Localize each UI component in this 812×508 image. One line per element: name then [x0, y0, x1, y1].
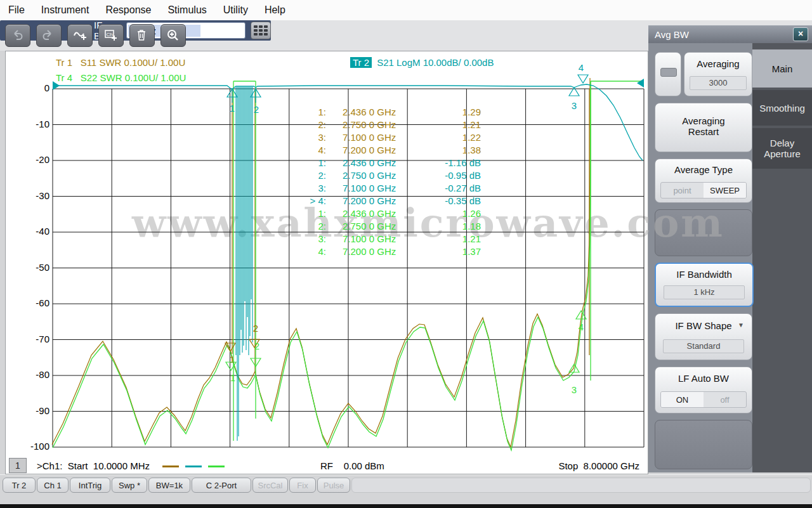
if-bw-shape-value: Standard — [663, 339, 744, 353]
tab-smoothing[interactable]: Smoothing — [752, 90, 812, 126]
lf-auto-bw-segmented[interactable]: ON off — [660, 391, 747, 408]
trace2-legend[interactable]: Tr 2S21 LogM 10.00dB/ 0.00dB — [350, 57, 494, 68]
marker-readout-row: 1:2.436 0 GHz1.26 — [279, 207, 488, 220]
y-tick-label: -60 — [19, 297, 49, 308]
if-bandwidth-value: 1 kHz — [664, 285, 745, 299]
panel-tab-column: Main Smoothing Delay Aperture — [752, 43, 812, 472]
trace1-line-sample — [162, 466, 179, 467]
menu-stimulus[interactable]: Stimulus — [159, 0, 214, 20]
menu-instrument[interactable]: Instrument — [33, 0, 98, 20]
menu-file[interactable]: File — [0, 0, 33, 20]
status-bar: Tr 2Ch 1IntTrigSwp *BW=1kC 2-PortSrcCalF… — [0, 474, 812, 508]
y-tick-label: -10 — [19, 119, 49, 129]
marker-readout-row: 1:2.436 0 GHz-1.16 dB — [279, 157, 488, 169]
averaging-button[interactable]: Averaging 3000 — [684, 52, 752, 96]
lf-auto-bw-button[interactable]: LF Auto BW ON off — [655, 367, 752, 414]
y-tick-label: -50 — [19, 262, 49, 273]
blank-slot-1 — [655, 209, 752, 256]
channel-rf-text: RF 0.00 dBm — [320, 460, 384, 471]
tab-main[interactable]: Main — [752, 49, 812, 88]
status-fix[interactable]: Fix — [289, 478, 316, 493]
panel-title: Avg BW — [655, 29, 793, 40]
menu-response[interactable]: Response — [97, 0, 159, 20]
marker-readout-row: 4:7.200 0 GHz1.37 — [279, 245, 488, 258]
status-empty-field — [351, 478, 811, 493]
close-icon[interactable]: × — [793, 27, 808, 41]
average-type-segmented[interactable]: point SWEEP — [660, 182, 747, 199]
channel-tab[interactable]: 1 — [9, 458, 27, 473]
menu-utility[interactable]: Utility — [215, 0, 256, 20]
averaging-toggle-button[interactable] — [655, 52, 681, 96]
tab-delay-aperture[interactable]: Delay Aperture — [752, 128, 812, 169]
trace4-line-sample — [208, 466, 225, 467]
status-c-2-port[interactable]: C 2-Port — [192, 478, 251, 493]
chevron-down-icon: ▼ — [738, 322, 744, 329]
status-bw-1k[interactable]: BW=1k — [148, 478, 190, 493]
avg-bw-panel: Avg BW × Main Smoothing Delay Aperture A… — [648, 25, 812, 472]
averaging-value: 3000 — [690, 76, 747, 90]
y-tick-label: -80 — [19, 369, 49, 380]
average-type-sweep[interactable]: SWEEP — [704, 183, 746, 198]
marker-readout-row: 1:2.436 0 GHz1.29 — [279, 106, 488, 119]
average-type-button[interactable]: Average Type point SWEEP — [655, 159, 752, 203]
average-type-point[interactable]: point — [661, 183, 704, 198]
trace4-legend[interactable]: Tr 4 S22 SWR 0.100U/ 1.00U — [56, 72, 186, 83]
marker-readout-row: 2:2.750 0 GHz1.21 — [279, 119, 488, 131]
marker-readout-row: > 4:7.200 0 GHz-0.35 dB — [279, 195, 488, 207]
y-tick-label: -90 — [19, 405, 49, 416]
if-bandwidth-button[interactable]: IF Bandwidth 1 kHz — [655, 263, 754, 307]
y-tick-label: 0 — [19, 82, 49, 93]
redo-icon[interactable] — [36, 24, 62, 47]
status-inttrig[interactable]: IntTrig — [70, 478, 110, 493]
channel-stop-text: Stop 8.00000 GHz — [539, 460, 639, 471]
marker-readout-row: 4:7.200 0 GHz1.38 — [279, 144, 488, 157]
toggle-slot — [660, 68, 677, 77]
lf-auto-bw-on[interactable]: ON — [661, 392, 704, 407]
y-tick-label: -100 — [19, 441, 49, 452]
marker-readout-row: 3:7.100 0 GHz1.21 — [279, 233, 488, 245]
undo-icon[interactable] — [5, 24, 30, 47]
averaging-restart-button[interactable]: Averaging Restart — [655, 103, 752, 152]
keypad-icon[interactable] — [251, 22, 271, 39]
y-tick-label: -20 — [19, 154, 49, 165]
lf-auto-bw-off[interactable]: off — [704, 392, 746, 407]
status-pulse[interactable]: Pulse — [317, 478, 350, 493]
active-trace-badge: Tr 2 — [350, 57, 372, 68]
marker-readout-row: 2:2.750 0 GHz-0.95 dB — [279, 169, 488, 182]
channel-start-text: >Ch1: Start 10.0000 MHz — [37, 460, 150, 471]
delete-icon[interactable] — [129, 24, 155, 47]
status-srccal[interactable]: SrcCal — [252, 478, 288, 493]
marker-readout-row: 3:7.100 0 GHz-0.27 dB — [279, 182, 488, 195]
menu-help[interactable]: Help — [256, 0, 294, 20]
status-tr-2[interactable]: Tr 2 — [3, 478, 36, 493]
svg-text:Ch: Ch — [107, 32, 113, 37]
add-trace-icon[interactable] — [67, 24, 93, 47]
panel-header: Avg BW × — [648, 25, 812, 43]
trace1-legend[interactable]: Tr 1 S11 SWR 0.100U/ 1.00U — [56, 57, 185, 68]
status-ch-1[interactable]: Ch 1 — [37, 478, 69, 493]
add-channel-icon[interactable]: Ch — [98, 24, 124, 47]
y-tick-label: -40 — [19, 226, 49, 237]
marker-readout-row: 3:7.100 0 GHz1.22 — [279, 131, 488, 144]
marker-readout-row: 2:2.750 0 GHz1.18 — [279, 220, 488, 233]
y-tick-label: -70 — [19, 334, 49, 344]
trace2-line-sample — [185, 466, 202, 467]
window-bottom-edge — [0, 504, 812, 508]
y-tick-label: -30 — [19, 190, 49, 201]
menu-bar: FileInstrumentResponseStimulusUtilityHel… — [0, 0, 812, 20]
blank-slot-2 — [655, 420, 752, 469]
if-bw-shape-button[interactable]: IF BW Shape ▼ Standard — [655, 313, 752, 360]
status-swp-[interactable]: Swp * — [112, 478, 147, 493]
zoom-icon[interactable] — [160, 24, 186, 47]
